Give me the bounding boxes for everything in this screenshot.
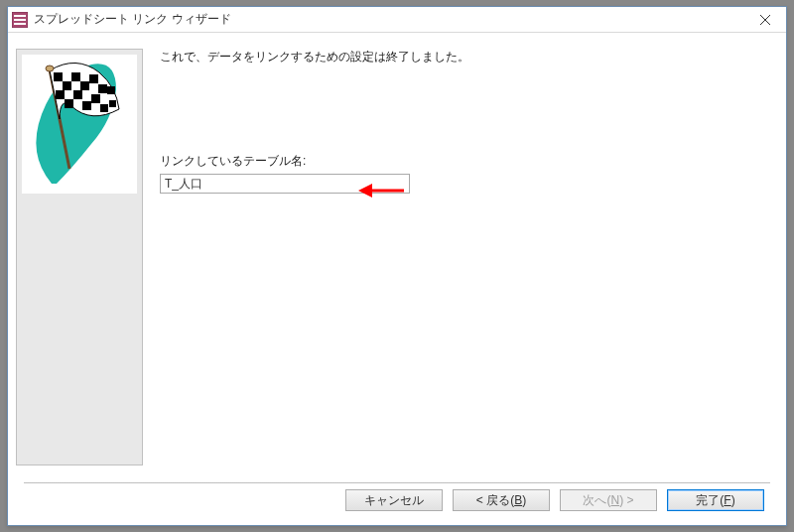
back-button[interactable]: < 戻る(B): [453, 489, 550, 511]
wizard-dialog: スプレッドシート リンク ウィザード: [7, 6, 787, 526]
svg-rect-15: [73, 90, 82, 99]
wizard-main-area: これで、データをリンクするための設定は終了しました。 リンクしているテーブル名:: [160, 49, 778, 194]
button-bar: キャンセル < 戻る(B) 次へ(N) > 完了(F): [345, 489, 764, 515]
svg-rect-14: [56, 90, 65, 99]
svg-rect-11: [63, 81, 71, 90]
table-name-input[interactable]: [160, 174, 410, 194]
svg-rect-9: [89, 74, 98, 83]
svg-rect-20: [100, 104, 108, 112]
svg-rect-2: [14, 19, 26, 21]
close-button[interactable]: [744, 7, 786, 32]
svg-rect-19: [82, 101, 91, 110]
button-separator: [24, 482, 770, 483]
next-button: 次へ(N) >: [560, 489, 657, 511]
wizard-sidebar: [16, 49, 143, 466]
svg-point-21: [46, 66, 54, 71]
table-name-label: リンクしているテーブル名:: [160, 153, 778, 170]
svg-rect-18: [65, 99, 73, 108]
svg-rect-12: [80, 81, 89, 90]
completion-message: これで、データをリンクするための設定は終了しました。: [160, 49, 778, 66]
svg-rect-7: [54, 72, 63, 81]
svg-rect-3: [14, 23, 26, 25]
dialog-title: スプレッドシート リンク ウィザード: [34, 11, 744, 28]
app-icon: [12, 12, 28, 28]
dialog-content: これで、データをリンクするための設定は終了しました。 リンクしているテーブル名:…: [16, 35, 778, 525]
close-icon: [760, 15, 770, 25]
cancel-button[interactable]: キャンセル: [345, 489, 443, 511]
svg-rect-8: [71, 72, 80, 81]
finish-button[interactable]: 完了(F): [667, 489, 764, 511]
svg-rect-13: [98, 84, 107, 93]
svg-rect-1: [14, 15, 26, 17]
finish-flag-illustration: [22, 55, 137, 194]
svg-rect-17: [109, 100, 116, 107]
svg-rect-10: [107, 86, 115, 94]
svg-rect-16: [91, 94, 100, 103]
title-bar: スプレッドシート リンク ウィザード: [8, 7, 786, 33]
